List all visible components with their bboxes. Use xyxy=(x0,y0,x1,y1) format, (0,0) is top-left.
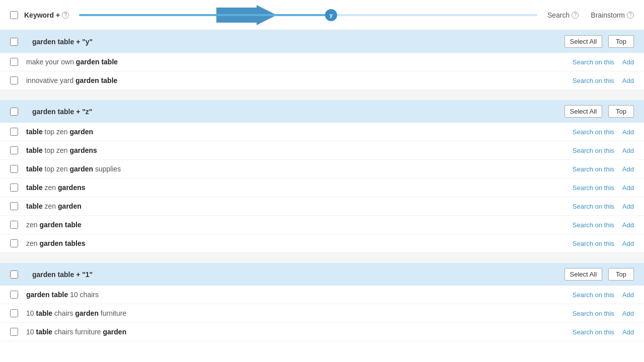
group-spacer xyxy=(0,90,644,100)
group-1-title: garden table + "1" xyxy=(32,270,558,279)
row-checkbox[interactable] xyxy=(10,146,18,154)
row-checkbox[interactable] xyxy=(10,239,18,247)
row-actions: Search on this Add xyxy=(573,128,634,136)
search-on-this-link[interactable]: Search on this xyxy=(573,240,614,247)
list-item: table top zen garden supplies Search on … xyxy=(0,160,644,178)
header-checkbox[interactable] xyxy=(10,11,18,19)
row-checkbox[interactable] xyxy=(10,165,18,173)
list-item: table top zen gardens Search on this Add xyxy=(0,141,644,160)
row-checkbox[interactable] xyxy=(10,309,18,317)
group-y-checkbox[interactable] xyxy=(10,38,18,46)
add-link[interactable]: Add xyxy=(622,128,634,136)
keyword-text: innovative yard garden table xyxy=(26,76,573,84)
list-item: garden table 10 chairs Search on this Ad… xyxy=(0,286,644,304)
page-wrapper: Keyword + ? y Search ? Brain xyxy=(0,0,644,362)
list-item: 10 table chairs furniture garden Search … xyxy=(0,323,644,341)
keyword-text: 10 table chairs furniture garden xyxy=(26,328,573,336)
row-checkbox[interactable] xyxy=(10,184,18,192)
keyword-label: Keyword + ? xyxy=(24,11,69,19)
slider-thumb[interactable]: y xyxy=(325,9,337,21)
search-on-this-link[interactable]: Search on this xyxy=(573,328,614,336)
search-on-this-link[interactable]: Search on this xyxy=(573,221,614,229)
group-z-select-all[interactable]: Select All xyxy=(565,105,602,118)
add-link[interactable]: Add xyxy=(622,240,634,247)
search-on-this-link[interactable]: Search on this xyxy=(573,165,614,173)
search-on-this-link[interactable]: Search on this xyxy=(573,184,614,192)
row-checkbox[interactable] xyxy=(10,328,18,336)
list-item: make your own garden table Search on thi… xyxy=(0,53,644,71)
list-item: innovative yard garden table Search on t… xyxy=(0,71,644,90)
row-actions: Search on this Add xyxy=(573,221,634,229)
group-1: garden table + "1" Select All Top garden… xyxy=(0,263,644,341)
row-actions: Search on this Add xyxy=(573,310,634,317)
search-on-this-link[interactable]: Search on this xyxy=(573,77,614,84)
group-1-top[interactable]: Top xyxy=(608,268,634,281)
add-link[interactable]: Add xyxy=(622,147,634,154)
group-z-top[interactable]: Top xyxy=(608,105,634,118)
row-checkbox[interactable] xyxy=(10,128,18,136)
add-link[interactable]: Add xyxy=(622,58,634,66)
search-on-this-link[interactable]: Search on this xyxy=(573,147,614,154)
section-header-y: garden table + "y" Select All Top xyxy=(0,30,644,53)
list-item: 10 table chairs garden furniture Search … xyxy=(0,304,644,323)
header-actions: Search ? Brainstorm ? xyxy=(547,11,634,19)
list-item: zen garden tables Search on this Add xyxy=(0,234,644,253)
keyword-text: table top zen garden xyxy=(26,128,573,136)
row-actions: Search on this Add xyxy=(573,240,634,247)
keyword-text: table top zen gardens xyxy=(26,146,573,154)
keyword-text: zen garden tables xyxy=(26,239,573,247)
slider-track[interactable]: y xyxy=(79,14,537,16)
keyword-text: table zen garden xyxy=(26,202,573,210)
list-item: table zen garden Search on this Add xyxy=(0,197,644,216)
row-actions: Search on this Add xyxy=(573,77,634,84)
add-link[interactable]: Add xyxy=(622,165,634,173)
row-actions: Search on this Add xyxy=(573,328,634,336)
keyword-text: make your own garden table xyxy=(26,58,573,66)
brainstorm-button[interactable]: Brainstorm ? xyxy=(591,11,634,19)
search-on-this-link[interactable]: Search on this xyxy=(573,128,614,136)
header-row: Keyword + ? y Search ? Brain xyxy=(0,0,644,30)
group-z: garden table + "z" Select All Top table … xyxy=(0,100,644,253)
search-button[interactable]: Search ? xyxy=(547,11,579,19)
list-item: table top zen garden Search on this Add xyxy=(0,123,644,141)
slider-container: y xyxy=(79,14,537,16)
row-checkbox[interactable] xyxy=(10,58,18,66)
row-actions: Search on this Add xyxy=(573,58,634,66)
add-link[interactable]: Add xyxy=(622,291,634,299)
search-on-this-link[interactable]: Search on this xyxy=(573,291,614,299)
row-checkbox[interactable] xyxy=(10,202,18,210)
search-on-this-link[interactable]: Search on this xyxy=(573,58,614,66)
row-checkbox[interactable] xyxy=(10,221,18,229)
add-link[interactable]: Add xyxy=(622,77,634,84)
row-checkbox[interactable] xyxy=(10,76,18,84)
list-item: zen garden table Search on this Add xyxy=(0,216,644,234)
row-actions: Search on this Add xyxy=(573,165,634,173)
add-link[interactable]: Add xyxy=(622,203,634,210)
keyword-text: zen garden table xyxy=(26,221,573,229)
row-actions: Search on this Add xyxy=(573,291,634,299)
group-z-checkbox[interactable] xyxy=(10,108,18,116)
keyword-text: table top zen garden supplies xyxy=(26,165,573,173)
row-checkbox[interactable] xyxy=(10,291,18,299)
add-link[interactable]: Add xyxy=(622,310,634,317)
add-link[interactable]: Add xyxy=(622,221,634,229)
search-on-this-link[interactable]: Search on this xyxy=(573,203,614,210)
add-link[interactable]: Add xyxy=(622,184,634,192)
slider-fill xyxy=(79,14,331,16)
brainstorm-info-icon[interactable]: ? xyxy=(627,12,634,19)
keyword-text: 10 table chairs garden furniture xyxy=(26,309,573,317)
search-info-icon[interactable]: ? xyxy=(572,12,579,19)
group-1-select-all[interactable]: Select All xyxy=(565,268,602,281)
group-z-title: garden table + "z" xyxy=(32,108,558,116)
keyword-text: garden table 10 chairs xyxy=(26,291,573,299)
list-item: table zen gardens Search on this Add xyxy=(0,178,644,197)
row-actions: Search on this Add xyxy=(573,203,634,210)
group-1-checkbox[interactable] xyxy=(10,270,18,279)
search-on-this-link[interactable]: Search on this xyxy=(573,310,614,317)
add-link[interactable]: Add xyxy=(622,328,634,336)
group-y-select-all[interactable]: Select All xyxy=(565,35,602,48)
group-y-top[interactable]: Top xyxy=(608,35,634,48)
section-header-1: garden table + "1" Select All Top xyxy=(0,263,644,286)
group-y: garden table + "y" Select All Top make y… xyxy=(0,30,644,90)
keyword-info-icon[interactable]: ? xyxy=(62,12,69,19)
